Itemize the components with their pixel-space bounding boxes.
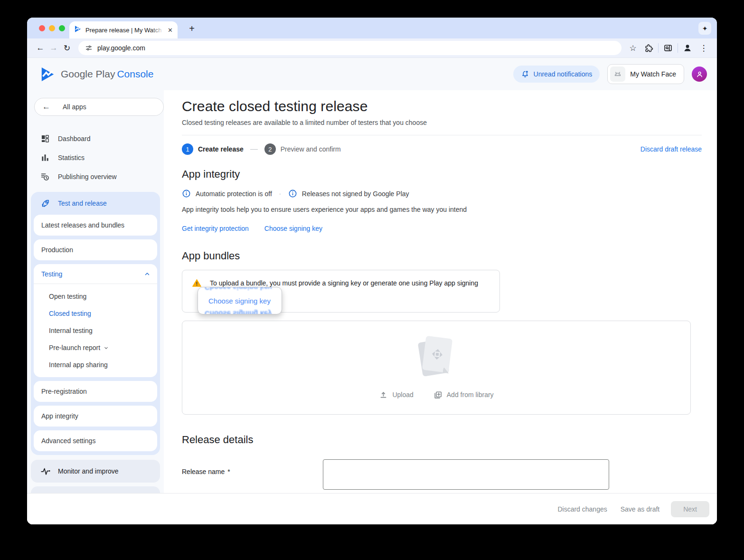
stepper-connector — [250, 149, 258, 150]
magnifier-popup: Choose signing key Choose signing key Ch… — [198, 287, 282, 314]
step-2-indicator[interactable]: 2 — [264, 143, 276, 155]
sidebar-card-production[interactable]: Production — [34, 239, 157, 260]
discard-changes-button[interactable]: Discard changes — [551, 502, 613, 517]
get-integrity-protection-link[interactable]: Get integrity protection — [182, 225, 249, 232]
add-from-library-label: Add from library — [447, 391, 494, 399]
sidebar-item-publishing-overview[interactable]: Publishing overview — [27, 167, 164, 186]
address-bar[interactable]: play.google.com — [78, 41, 622, 55]
play-console-app: Google PlayConsole Unread notifications … — [27, 58, 717, 524]
app-integrity-description: App integrity tools help you to ensure u… — [182, 206, 702, 213]
release-name-label: Release name* — [182, 459, 323, 490]
sidebar-card-app-integrity[interactable]: App integrity — [34, 406, 157, 427]
sidebar-card-latest-releases[interactable]: Latest releases and bundles — [34, 215, 157, 236]
divider — [182, 135, 702, 135]
test-and-release-group: Test and release Latest releases and bun… — [31, 192, 160, 455]
reload-icon[interactable]: ↻ — [60, 41, 74, 55]
overflow-menu-icon[interactable]: ⋮ — [697, 41, 710, 55]
save-as-draft-button[interactable]: Save as draft — [614, 502, 667, 517]
window-minimize-button[interactable] — [49, 25, 55, 31]
bundle-placeholder-icon — [420, 336, 453, 377]
monitor-label: Monitor and improve — [58, 467, 119, 475]
pulse-icon — [40, 466, 51, 476]
info-icon[interactable] — [182, 189, 191, 198]
loupe-artifact-top: Choose signing key — [205, 287, 272, 292]
account-avatar[interactable] — [692, 66, 707, 82]
step-1-indicator[interactable]: 1 — [182, 143, 193, 155]
bookmark-star-icon[interactable]: ☆ — [626, 41, 640, 55]
console-header: Google PlayConsole Unread notifications … — [27, 58, 717, 90]
release-name-input[interactable] — [323, 459, 609, 490]
sidebar-item-dashboard[interactable]: Dashboard — [27, 129, 164, 148]
upload-button[interactable]: Upload — [379, 390, 413, 399]
sidebar-item-monitor-and-improve[interactable]: Monitor and improve — [31, 460, 160, 483]
current-app-name: My Watch Face — [630, 70, 676, 78]
upload-icon — [379, 390, 388, 399]
app-switcher-button[interactable]: My Watch Face — [607, 64, 684, 84]
sidebar-card-advanced-settings[interactable]: Advanced settings — [34, 430, 157, 451]
play-logo-icon — [40, 66, 55, 82]
browser-window: Prepare release | My Watch Fa ✕ + ✦ ← → … — [27, 18, 717, 524]
sidebar-item-open-testing[interactable]: Open testing — [34, 288, 157, 305]
sidebar-item-statistics[interactable]: Statistics — [27, 148, 164, 167]
publishing-overview-icon — [40, 172, 50, 181]
choose-signing-key-link[interactable]: Choose signing key — [264, 225, 322, 232]
add-from-library-icon — [433, 390, 443, 399]
testing-section-toggle[interactable]: Testing — [34, 264, 157, 284]
rocket-icon — [40, 198, 51, 209]
sidebar-card-pre-registration[interactable]: Pre-registration — [34, 381, 157, 402]
auto-protection-status: Automatic protection is off — [196, 190, 272, 198]
profile-icon[interactable] — [683, 43, 692, 53]
forward-icon[interactable]: → — [47, 41, 60, 55]
sparkle-icon[interactable]: ✦ — [698, 22, 711, 35]
all-apps-button[interactable]: ← All apps — [34, 98, 164, 116]
stepper: 1 Create release 2 Preview and confirm — [182, 143, 341, 155]
sidebar-item-test-and-release[interactable]: Test and release — [31, 192, 160, 215]
tab-close-icon[interactable]: ✕ — [168, 27, 173, 34]
back-icon[interactable]: ← — [34, 41, 47, 55]
extensions-icon[interactable] — [644, 44, 653, 53]
url-text: play.google.com — [97, 44, 145, 52]
site-settings-icon[interactable] — [85, 44, 93, 52]
sidebar-item-pre-launch-report[interactable]: Pre-launch report — [34, 339, 157, 356]
browser-tab[interactable]: Prepare release | My Watch Fa ✕ — [69, 21, 178, 38]
app-bundles-heading: App bundles — [182, 250, 702, 262]
unread-notifications-button[interactable]: Unread notifications — [513, 66, 600, 83]
testing-label: Testing — [41, 270, 62, 278]
required-mark: * — [227, 468, 230, 475]
sidebar-item-closed-testing[interactable]: Closed testing — [34, 305, 157, 322]
divider — [658, 43, 659, 53]
sidebar-item-internal-app-sharing[interactable]: Internal app sharing — [34, 356, 157, 373]
back-arrow-icon: ← — [42, 102, 50, 112]
sidebar-item-label: Dashboard — [58, 135, 91, 142]
sidebar-card-testing: Testing Open testing Closed testing Inte… — [34, 264, 157, 377]
next-button[interactable]: Next — [671, 501, 709, 517]
chevron-up-icon — [144, 271, 151, 277]
play-console-favicon — [74, 25, 82, 35]
new-tab-button[interactable]: + — [186, 22, 198, 35]
google-play-console-logo[interactable]: Google PlayConsole — [40, 66, 153, 82]
window-close-button[interactable] — [39, 25, 45, 31]
sidebar-item-label: Statistics — [58, 154, 85, 161]
traffic-lights — [39, 25, 65, 31]
upload-label: Upload — [392, 391, 413, 399]
search-tabs-icon[interactable] — [663, 43, 673, 53]
app-integrity-heading: App integrity — [182, 168, 702, 180]
step-1-label: Create release — [198, 145, 244, 153]
tab-strip: Prepare release | My Watch Fa ✕ + ✦ — [27, 18, 717, 38]
notifications-label: Unread notifications — [534, 70, 593, 78]
add-from-library-button[interactable]: Add from library — [433, 390, 494, 399]
window-zoom-button[interactable] — [59, 25, 65, 31]
statistics-icon — [40, 153, 50, 162]
brand-google-play: Google Play — [61, 68, 115, 79]
dashboard-icon — [40, 134, 50, 143]
app-bundle-dropzone: Upload Add from library — [182, 321, 691, 415]
browser-toolbar: ← → ↻ play.google.com ☆ ⋮ — [27, 38, 717, 58]
info-icon[interactable] — [288, 189, 297, 198]
choose-signing-key-popup-link[interactable]: Choose signing key — [208, 297, 271, 305]
status-separator: · — [279, 190, 281, 197]
sidebar-item-internal-testing[interactable]: Internal testing — [34, 322, 157, 339]
test-and-release-label: Test and release — [58, 199, 107, 207]
release-details-heading: Release details — [182, 434, 702, 446]
discard-draft-release-link[interactable]: Discard draft release — [640, 145, 702, 153]
bell-icon — [521, 70, 529, 78]
